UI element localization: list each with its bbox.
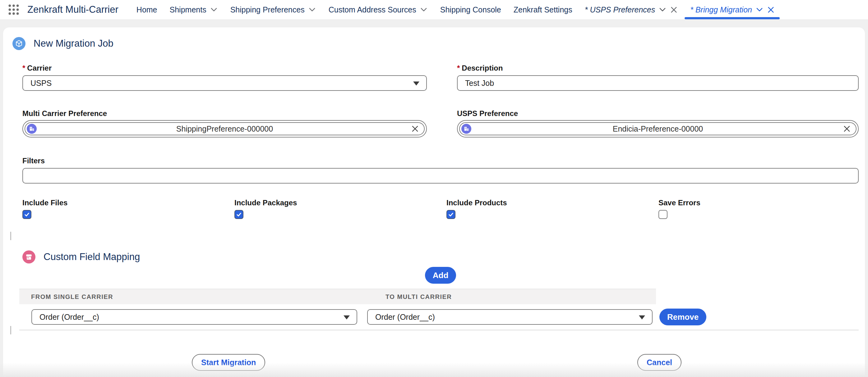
nav-item-zenkraft-settings[interactable]: Zenkraft Settings xyxy=(514,0,572,19)
usps-preference-clear-icon[interactable] xyxy=(843,125,851,133)
carrier-label: * Carrier xyxy=(22,63,427,73)
description-input[interactable] xyxy=(457,75,859,91)
column-header-to-multi-carrier: TO MULTI CARRIER xyxy=(368,293,656,300)
save-errors-label: Save Errors xyxy=(658,198,868,207)
carrier-field-group: * Carrier USPS xyxy=(22,63,427,91)
nav-item-label: * USPS Preferences xyxy=(585,5,655,14)
to-field-select[interactable]: Order (Order__c) xyxy=(367,309,653,325)
main-card: New Migration Job * Carrier USPS xyxy=(3,27,865,377)
filters-label: Filters xyxy=(22,156,859,166)
carrier-select[interactable]: USPS xyxy=(22,75,427,91)
start-migration-button[interactable]: Start Migration xyxy=(192,354,265,371)
bringg-migration-chevron-down-icon[interactable] xyxy=(755,6,764,14)
custom-address-sources-chevron-down-icon[interactable] xyxy=(420,6,428,14)
usps-preferences-chevron-down-icon[interactable] xyxy=(658,6,666,14)
mapping-table-row: Order (Order__c) Order (Order__c) Remove xyxy=(19,304,859,330)
include-files-checkbox[interactable] xyxy=(22,210,31,219)
nav-tab-bringg-migration[interactable]: * Bringg Migration xyxy=(690,0,775,19)
usps-preferences-close-icon[interactable] xyxy=(670,6,678,14)
to-field-selected-value: Order (Order__c) xyxy=(375,313,435,322)
from-field-select[interactable]: Order (Order__c) xyxy=(31,309,357,325)
custom-field-mapping-table: FROM SINGLE CARRIER TO MULTI CARRIER Ord… xyxy=(19,289,859,330)
bringg-migration-close-icon[interactable] xyxy=(767,6,775,14)
dropdown-caret-icon xyxy=(344,315,350,319)
include-files-field: Include Files xyxy=(22,198,235,219)
checkmark-icon xyxy=(236,211,242,218)
form-actions: Start Migration Cancel xyxy=(22,354,859,371)
nav-tab-usps-preferences[interactable]: * USPS Preferences xyxy=(585,0,678,19)
add-mapping-button[interactable]: Add xyxy=(425,267,456,284)
divider-line xyxy=(10,326,11,335)
mapping-table-header: FROM SINGLE CARRIER TO MULTI CARRIER xyxy=(19,289,656,304)
from-field-selected-value: Order (Order__c) xyxy=(39,313,99,322)
nav-item-label: Zenkraft Settings xyxy=(514,5,572,14)
usps-preference-value: Endicia-Preference-00000 xyxy=(460,124,856,134)
nav-tabs: Home Shipments Shipping Preferences Cust… xyxy=(136,0,775,19)
remove-mapping-button[interactable]: Remove xyxy=(659,309,706,325)
active-tab-underline xyxy=(685,17,780,19)
multi-carrier-preference-label: Multi Carrier Preference xyxy=(22,109,427,118)
custom-field-mapping-box-icon xyxy=(22,251,35,263)
divider-line xyxy=(10,232,11,240)
migration-job-cube-icon xyxy=(12,37,26,50)
include-products-field: Include Products xyxy=(446,198,658,219)
page-title: New Migration Job xyxy=(34,38,114,49)
record-buildings-icon xyxy=(27,124,37,134)
section-title: Custom Field Mapping xyxy=(43,251,140,263)
nav-item-home[interactable]: Home xyxy=(136,0,157,19)
checkmark-icon xyxy=(24,211,30,218)
multi-carrier-preference-field-group: Multi Carrier Preference xyxy=(22,109,427,138)
save-errors-field: Save Errors xyxy=(658,198,868,219)
required-asterisk: * xyxy=(22,63,25,73)
checkmark-icon xyxy=(448,211,454,218)
usps-preference-label: USPS Preference xyxy=(457,109,859,118)
filters-field-group: Filters xyxy=(22,156,859,183)
dropdown-caret-icon xyxy=(639,315,645,319)
filters-input[interactable] xyxy=(22,168,859,183)
shipping-preferences-chevron-down-icon[interactable] xyxy=(308,6,316,14)
multi-carrier-preference-lookup[interactable]: ShippingPreference-000000 xyxy=(22,120,427,138)
include-packages-field: Include Packages xyxy=(235,198,446,219)
global-navigation-bar: Zenkraft Multi-Carrier Home Shipments Sh… xyxy=(0,0,868,19)
nav-item-label: Shipping Preferences xyxy=(230,5,305,14)
nav-item-label: Shipping Console xyxy=(440,5,501,14)
carrier-selected-value: USPS xyxy=(30,79,52,88)
save-errors-checkbox[interactable] xyxy=(658,210,668,219)
nav-item-custom-address-sources[interactable]: Custom Address Sources xyxy=(329,0,428,19)
multi-carrier-preference-pill[interactable]: ShippingPreference-000000 xyxy=(25,122,425,135)
nav-item-label: Home xyxy=(136,5,157,14)
description-label: * Description xyxy=(457,63,859,73)
dropdown-caret-icon xyxy=(413,82,420,86)
required-asterisk: * xyxy=(457,63,460,73)
nav-item-shipping-console[interactable]: Shipping Console xyxy=(440,0,501,19)
section-header-new-migration-job: New Migration Job xyxy=(12,34,865,53)
nav-item-label: Custom Address Sources xyxy=(329,5,416,14)
nav-item-label: Shipments xyxy=(170,5,207,14)
include-packages-checkbox[interactable] xyxy=(235,210,243,219)
page-background: New Migration Job * Carrier USPS xyxy=(0,19,868,377)
nav-item-label: * Bringg Migration xyxy=(690,5,752,14)
usps-preference-field-group: USPS Preference xyxy=(457,109,859,138)
include-products-checkbox[interactable] xyxy=(446,210,456,219)
include-packages-label: Include Packages xyxy=(235,198,446,207)
app-title: Zenkraft Multi-Carrier xyxy=(27,4,119,15)
checkbox-row: Include Files Include Packages Include P… xyxy=(22,198,859,219)
multi-carrier-preference-value: ShippingPreference-000000 xyxy=(25,124,424,134)
app-launcher-icon[interactable] xyxy=(7,3,20,16)
waffle-grid-icon xyxy=(8,4,20,16)
include-products-label: Include Products xyxy=(446,198,658,207)
description-field-group: * Description xyxy=(457,63,859,91)
shipments-chevron-down-icon[interactable] xyxy=(210,6,218,14)
section-header-custom-field-mapping: Custom Field Mapping xyxy=(22,248,865,266)
usps-preference-lookup[interactable]: Endicia-Preference-00000 xyxy=(457,120,859,138)
cancel-button[interactable]: Cancel xyxy=(637,354,681,371)
multi-carrier-preference-clear-icon[interactable] xyxy=(411,125,419,133)
include-files-label: Include Files xyxy=(22,198,235,207)
nav-item-shipping-preferences[interactable]: Shipping Preferences xyxy=(230,0,316,19)
record-buildings-icon xyxy=(461,124,471,134)
nav-item-shipments[interactable]: Shipments xyxy=(170,0,218,19)
usps-preference-pill[interactable]: Endicia-Preference-00000 xyxy=(459,122,857,135)
column-header-from-single-carrier: FROM SINGLE CARRIER xyxy=(19,293,368,300)
